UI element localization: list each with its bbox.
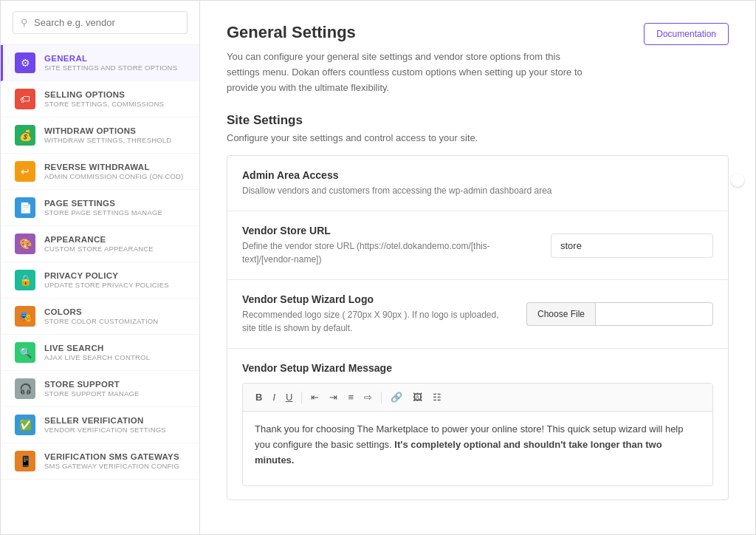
vendor-store-url-control xyxy=(551,234,713,258)
app-container: ⚲ ⚙GENERALSITE SETTINGS AND STORE OPTION… xyxy=(0,0,756,535)
storesupport-icon: 🎧 xyxy=(15,378,35,399)
storesupport-text: STORE SUPPORTSTORE SUPPORT MANAGE xyxy=(44,380,140,398)
sms-icon: 📱 xyxy=(15,451,35,471)
main-content: General Settings You can configure your … xyxy=(200,1,755,534)
vendor-setup-logo-info: Vendor Setup Wizard Logo Recommended log… xyxy=(242,293,526,335)
admin-area-info: Admin Area Access Disallow vendors and c… xyxy=(242,169,713,197)
seller-title: SELLER VERIFICATION xyxy=(44,416,166,425)
sidebar-items-list: ⚙GENERALSITE SETTINGS AND STORE OPTIONS🏷… xyxy=(1,45,199,480)
align-center-button[interactable]: ⇥ xyxy=(326,389,341,405)
withdraw-subtitle: WITHDRAW SETTINGS, THRESHOLD xyxy=(44,136,171,144)
privacy-title: PRIVACY POLICY xyxy=(44,271,169,280)
general-text: GENERALSITE SETTINGS AND STORE OPTIONS xyxy=(44,54,177,72)
file-input-group: Choose File xyxy=(526,302,713,326)
sidebar-item-privacy[interactable]: 🔒PRIVACY POLICYUPDATE STORE PRIVACY POLI… xyxy=(1,262,199,299)
main-header-left: General Settings You can configure your … xyxy=(227,23,596,95)
appearance-subtitle: CUSTOM STORE APPEARANCE xyxy=(44,245,154,253)
sidebar-item-colors[interactable]: 🎭COLORSSTORE COLOR CUSTOMIZATION xyxy=(1,299,199,335)
livesearch-text: LIVE SEARCHAJAX LIVE SEARCH CONTROL xyxy=(44,344,150,361)
sidebar-item-sms[interactable]: 📱VERIFICATION SMS GATEWAYSSMS GATEWAY VE… xyxy=(1,443,199,480)
privacy-subtitle: UPDATE STORE PRIVACY POLICIES xyxy=(44,281,169,289)
file-name-display xyxy=(595,302,713,326)
table-button[interactable]: ☷ xyxy=(429,389,445,405)
bold-button[interactable]: B xyxy=(252,389,266,405)
colors-icon: 🎭 xyxy=(15,306,35,327)
reverse-text: REVERSE WITHDRAWALADMIN COMMISSION CONFI… xyxy=(44,163,183,180)
sms-text: VERIFICATION SMS GATEWAYSSMS GATEWAY VER… xyxy=(44,452,179,470)
colors-text: COLORSSTORE COLOR CUSTOMIZATION xyxy=(44,307,158,325)
sidebar-item-general[interactable]: ⚙GENERALSITE SETTINGS AND STORE OPTIONS xyxy=(1,45,199,81)
reverse-icon: ↩ xyxy=(15,161,35,182)
selling-subtitle: STORE SETTINGS, COMMISSIONS xyxy=(44,100,164,108)
site-settings-title: Site Settings xyxy=(227,113,729,128)
image-button[interactable]: 🖼 xyxy=(409,389,426,405)
privacy-text: PRIVACY POLICYUPDATE STORE PRIVACY POLIC… xyxy=(44,271,169,289)
appearance-icon: 🎨 xyxy=(15,234,35,254)
main-header: General Settings You can configure your … xyxy=(227,23,729,95)
vendor-setup-logo-label: Vendor Setup Wizard Logo xyxy=(242,293,512,305)
general-subtitle: SITE SETTINGS AND STORE OPTIONS xyxy=(44,64,177,72)
reverse-subtitle: ADMIN COMMISSION CONFIG (ON COD) xyxy=(44,172,183,180)
withdraw-text: WITHDRAW OPTIONSWITHDRAW SETTINGS, THRES… xyxy=(44,126,171,144)
choose-file-button[interactable]: Choose File xyxy=(526,302,595,326)
vendor-setup-logo-control: Choose File xyxy=(526,302,713,326)
sidebar: ⚲ ⚙GENERALSITE SETTINGS AND STORE OPTION… xyxy=(1,1,200,534)
page-title: General Settings xyxy=(227,23,596,42)
colors-subtitle: STORE COLOR CUSTOMIZATION xyxy=(44,317,158,325)
editor-content[interactable]: Thank you for choosing The Marketplace t… xyxy=(243,412,712,485)
seller-icon: ✅ xyxy=(15,415,35,435)
admin-area-row: Admin Area Access Disallow vendors and c… xyxy=(227,156,728,211)
seller-text: SELLER VERIFICATIONVENDOR VERIFICATION S… xyxy=(44,416,166,434)
italic-button[interactable]: I xyxy=(269,389,279,405)
withdraw-title: WITHDRAW OPTIONS xyxy=(44,126,171,135)
search-input[interactable] xyxy=(34,17,179,28)
sidebar-item-selling[interactable]: 🏷SELLING OPTIONSSTORE SETTINGS, COMMISSI… xyxy=(1,81,199,117)
underline-button[interactable]: U xyxy=(282,389,296,405)
page-title: PAGE SETTINGS xyxy=(44,199,162,208)
seller-subtitle: VENDOR VERIFICATION SETTINGS xyxy=(44,426,166,434)
general-title: GENERAL xyxy=(44,54,177,63)
search-box-container: ⚲ xyxy=(1,1,199,45)
align-left-button[interactable]: ⇤ xyxy=(307,389,323,405)
sidebar-item-livesearch[interactable]: 🔍LIVE SEARCHAJAX LIVE SEARCH CONTROL xyxy=(1,335,199,371)
vendor-store-url-desc: Define the vendor store URL (https://ote… xyxy=(242,239,536,266)
sms-subtitle: SMS GATEWAY VERIFICATION CONFIG xyxy=(44,462,179,470)
vendor-store-url-row: Vendor Store URL Define the vendor store… xyxy=(227,211,728,280)
sidebar-item-withdraw[interactable]: 💰WITHDRAW OPTIONSWITHDRAW SETTINGS, THRE… xyxy=(1,117,199,154)
sidebar-item-appearance[interactable]: 🎨APPEARANCECUSTOM STORE APPEARANCE xyxy=(1,226,199,262)
selling-text: SELLING OPTIONSSTORE SETTINGS, COMMISSIO… xyxy=(44,90,164,108)
documentation-button[interactable]: Documentation xyxy=(644,23,729,45)
site-settings-subtitle: Configure your site settings and control… xyxy=(227,132,729,143)
page-text: PAGE SETTINGSSTORE PAGE SETTINGS MANAGE xyxy=(44,199,162,217)
storesupport-subtitle: STORE SUPPORT MANAGE xyxy=(44,389,140,398)
selling-icon: 🏷 xyxy=(15,89,35,109)
editor-container: B I U ⇤ ⇥ ≡ ⇨ 🔗 🖼 ☷ xyxy=(242,383,713,486)
vendor-setup-message-row: Vendor Setup Wizard Message B I U ⇤ ⇥ ≡ … xyxy=(227,349,728,500)
livesearch-title: LIVE SEARCH xyxy=(44,344,150,352)
vendor-store-url-label: Vendor Store URL xyxy=(242,225,536,236)
sidebar-item-seller[interactable]: ✅SELLER VERIFICATIONVENDOR VERIFICATION … xyxy=(1,407,199,443)
vendor-store-url-info: Vendor Store URL Define the vendor store… xyxy=(242,225,551,266)
vendor-store-url-input[interactable] xyxy=(551,234,713,258)
sidebar-item-storesupport[interactable]: 🎧STORE SUPPORTSTORE SUPPORT MANAGE xyxy=(1,371,199,407)
align-justify-button[interactable]: ≡ xyxy=(344,389,357,405)
page-description: You can configure your general site sett… xyxy=(227,50,596,95)
align-right-button[interactable]: ⇨ xyxy=(360,389,376,405)
privacy-icon: 🔒 xyxy=(15,270,35,290)
vendor-setup-message-label: Vendor Setup Wizard Message xyxy=(242,362,392,374)
sms-title: VERIFICATION SMS GATEWAYS xyxy=(44,452,179,461)
link-button[interactable]: 🔗 xyxy=(387,389,406,405)
toolbar-separator-2 xyxy=(381,392,382,403)
admin-area-desc: Disallow vendors and customers from acce… xyxy=(242,184,698,197)
editor-wrapper: B I U ⇤ ⇥ ≡ ⇨ 🔗 🖼 ☷ xyxy=(242,383,713,486)
withdraw-icon: 💰 xyxy=(15,125,35,146)
general-icon: ⚙ xyxy=(15,52,35,73)
toolbar-separator-1 xyxy=(301,392,302,403)
sidebar-item-page[interactable]: 📄PAGE SETTINGSSTORE PAGE SETTINGS MANAGE xyxy=(1,190,199,226)
sidebar-item-reverse[interactable]: ↩REVERSE WITHDRAWALADMIN COMMISSION CONF… xyxy=(1,154,199,190)
search-box-inner: ⚲ xyxy=(13,11,188,34)
page-icon: 📄 xyxy=(15,197,35,218)
appearance-text: APPEARANCECUSTOM STORE APPEARANCE xyxy=(44,235,154,253)
search-icon: ⚲ xyxy=(21,17,28,28)
storesupport-title: STORE SUPPORT xyxy=(44,380,140,389)
